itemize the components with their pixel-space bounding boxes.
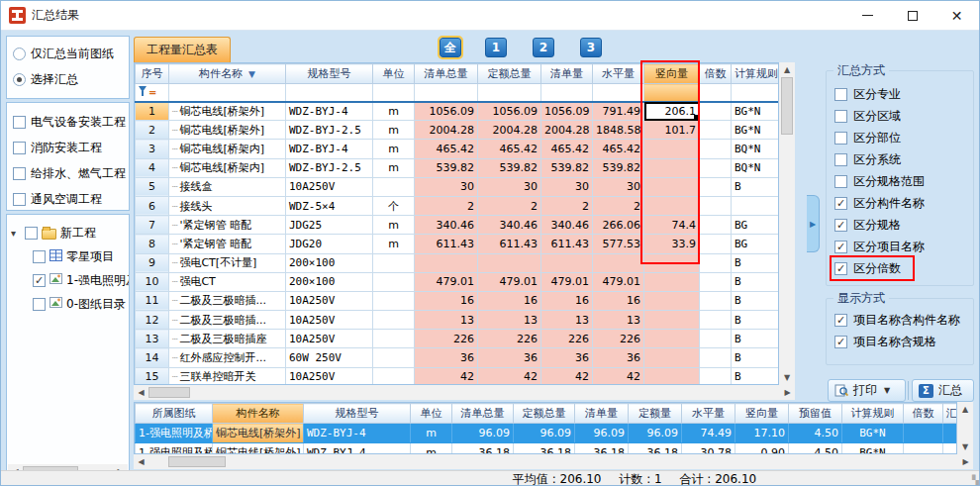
table-cell[interactable]: 5 — [136, 177, 169, 196]
column-header[interactable]: 水平量 — [682, 404, 735, 424]
table-cell[interactable]: 4 — [136, 158, 169, 177]
print-button[interactable]: 打印 ▼ — [828, 379, 906, 402]
table-cell[interactable]: 60W 250V — [286, 348, 373, 367]
table-cell[interactable]: B — [732, 291, 780, 310]
column-header[interactable]: 单位 — [411, 404, 452, 424]
table-cell[interactable]: BG — [732, 216, 780, 235]
table-cell[interactable]: 479.01 — [415, 272, 478, 291]
table-cell[interactable] — [644, 291, 700, 310]
table-cell[interactable]: ┄三联单控暗开关 — [169, 367, 286, 385]
resize-grip[interactable]: ▚ — [972, 475, 979, 485]
table-cell[interactable] — [373, 253, 415, 272]
table-cell[interactable]: 2 — [541, 196, 593, 215]
table-cell[interactable]: ┄接线头 — [169, 196, 286, 215]
filter-cell[interactable] — [700, 84, 732, 102]
table-cell[interactable]: 200×100 — [286, 272, 373, 291]
column-header[interactable]: 计算规则 — [732, 64, 780, 84]
table-cell[interactable] — [904, 443, 943, 455]
tree-node-drawing[interactable]: 零星项目 — [11, 244, 129, 268]
table-cell[interactable] — [644, 196, 700, 215]
table-cell[interactable]: WDZ-5×4 — [286, 196, 373, 215]
column-header[interactable]: 定额总量 — [514, 404, 575, 424]
panel-splitter-handle[interactable]: ▶ — [807, 195, 820, 252]
table-cell[interactable]: 340.46 — [478, 216, 541, 235]
column-header[interactable]: 清单量 — [575, 404, 629, 424]
table-cell[interactable]: m — [373, 158, 415, 177]
column-header[interactable]: 清单总量 — [452, 404, 514, 424]
display-option-checkbox[interactable]: 项目名称含规格 — [827, 331, 973, 352]
table-cell[interactable] — [700, 253, 732, 272]
column-header[interactable]: 构件名称 — [213, 404, 304, 424]
table-cell[interactable] — [700, 272, 732, 291]
table-cell[interactable]: 7 — [136, 216, 169, 235]
column-header[interactable]: 序号 — [136, 64, 169, 84]
table-cell[interactable] — [644, 158, 700, 177]
project-checkbox-item[interactable]: 消防安装工程 — [7, 135, 129, 160]
table-cell[interactable]: 2 — [478, 196, 541, 215]
table-cell[interactable]: 30.78 — [682, 443, 735, 455]
table-cell[interactable]: 465.42 — [541, 140, 593, 158]
table-cell[interactable]: 15 — [136, 367, 169, 385]
table-cell[interactable] — [943, 424, 958, 443]
table-cell[interactable] — [373, 291, 415, 310]
table-row[interactable]: 1-强电照明及桥铜芯电线[桥架外]WDZ-BYJ-4m96.0996.0996.… — [136, 424, 958, 443]
table-cell[interactable]: 16 — [415, 291, 478, 310]
table-cell[interactable]: 42 — [541, 367, 593, 385]
table-cell[interactable]: m — [373, 216, 415, 235]
tree-node-drawing[interactable]: 1-强电照明及桥架 — [11, 268, 129, 292]
table-cell[interactable] — [700, 196, 732, 215]
table-cell[interactable]: 0.90 — [735, 443, 789, 455]
table-cell[interactable]: 2 — [415, 196, 478, 215]
table-cell[interactable]: WDZ-BYJ-2.5 — [286, 121, 373, 140]
table-cell[interactable]: BG*N — [732, 121, 780, 140]
column-header[interactable]: 预留值 — [789, 404, 842, 424]
main-table-horizontal-scrollbar[interactable]: ◀ ▶ — [134, 385, 795, 400]
table-cell[interactable] — [644, 272, 700, 291]
close-button[interactable]: ✕ — [934, 1, 979, 31]
table-cell[interactable] — [904, 424, 943, 443]
table-cell[interactable]: 611.43 — [415, 235, 478, 253]
table-cell[interactable]: m — [411, 424, 452, 443]
table-cell[interactable]: 226 — [478, 330, 541, 348]
table-cell[interactable]: ┄铜芯电线[桥架内] — [169, 140, 286, 158]
table-cell[interactable]: 2004.28 — [478, 121, 541, 140]
table-cell[interactable]: 30 — [478, 177, 541, 196]
pager-button-all[interactable]: 全 — [440, 38, 461, 57]
filter-cell[interactable] — [169, 84, 286, 102]
tab-quantity-summary[interactable]: 工程量汇总表 — [134, 37, 231, 62]
table-cell[interactable]: 42 — [415, 367, 478, 385]
table-cell[interactable]: ┄红外感应控制开... — [169, 348, 286, 367]
project-checkbox-item[interactable]: 给排水、燃气工程 — [7, 160, 129, 186]
table-cell[interactable] — [700, 177, 732, 196]
table-cell[interactable]: 2 — [136, 121, 169, 140]
table-cell[interactable]: WDZ-BYJ-4 — [304, 443, 411, 455]
table-cell[interactable]: B — [732, 272, 780, 291]
table-cell[interactable]: 1848.58 — [593, 121, 644, 140]
table-cell[interactable]: 11 — [136, 291, 169, 310]
table-cell[interactable]: JDG25 — [286, 216, 373, 235]
table-cell[interactable] — [700, 235, 732, 253]
table-cell[interactable]: 74.4 — [644, 216, 700, 235]
table-cell[interactable] — [700, 121, 732, 140]
table-cell[interactable]: 1056.09 — [478, 102, 541, 121]
table-cell[interactable]: 36 — [478, 348, 541, 367]
scroll-right-icon[interactable]: ▶ — [780, 385, 795, 400]
table-cell[interactable]: 17.10 — [735, 424, 789, 443]
column-header[interactable]: 规格型号 — [286, 64, 373, 84]
summary-option-checkbox[interactable]: 区分规格 — [827, 214, 973, 236]
pager-button-3[interactable]: 3 — [580, 38, 602, 57]
radio-option[interactable]: 仅汇总当前图纸 — [7, 41, 129, 66]
table-cell[interactable]: 13 — [415, 311, 478, 330]
minimize-button[interactable] — [845, 1, 890, 31]
table-cell[interactable] — [644, 330, 700, 348]
table-cell[interactable]: 36.18 — [575, 443, 629, 455]
project-checkbox-item[interactable]: 电气设备安装工程 — [7, 109, 129, 135]
table-cell[interactable]: 96.09 — [514, 424, 575, 443]
summary-option-checkbox[interactable]: 区分系统 — [827, 148, 973, 170]
table-cell[interactable] — [593, 253, 644, 272]
table-cell[interactable]: 4.50 — [789, 443, 842, 455]
table-cell[interactable]: 14 — [136, 348, 169, 367]
table-cell[interactable]: ┄二极及三极暗插... — [169, 311, 286, 330]
table-cell[interactable]: B — [732, 311, 780, 330]
table-cell[interactable]: 266.06 — [593, 216, 644, 235]
